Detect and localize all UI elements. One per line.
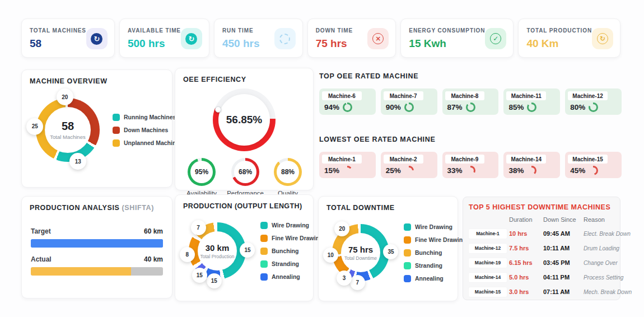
column-header-reason: Reason [584,216,614,223]
table-row-machine-15[interactable]: Machine-153.0 hrs07:11 AMMech. Break Dow… [469,285,614,299]
production-output-panel: PRODUCTION (OUTPUT LENGTH) 30 kmTotal Pr… [175,194,314,301]
kpi-label: DOWN TIME [316,27,353,34]
down-since-cell: 07:11 AM [543,288,581,295]
kpi-value: 75 hrs [316,38,353,50]
legend-item-running-machines[interactable]: Running Machines [113,114,183,121]
donut-value-bubble: 35 [383,244,398,259]
legend-item-stranding[interactable]: Stranding [260,260,323,268]
oee-gauge[interactable]: 56.85% [213,88,276,151]
oee-mini-ring[interactable]: 88% [274,158,302,186]
machine-card-machine-9[interactable]: Machine-933% [442,152,499,178]
bar-header: Actual40 km [31,255,163,263]
legend-item-unplanned-machines[interactable]: Unplanned Machines [113,139,183,147]
donut-center-value: 30 km [206,243,230,253]
legend-swatch [113,127,120,134]
machine-name-chip: Machine-15 [469,287,507,297]
machine-overview-donut[interactable]: 58Total Machines201325 [24,86,111,174]
legend-label: Bunching [272,248,298,254]
oee-value: 56.85% [226,114,262,126]
machine-name-chip: Machine-15 [568,155,608,164]
production-output-donut[interactable]: 30 kmTotal Production15151587 [178,211,257,291]
oee-mini-ring[interactable]: 95% [188,158,216,186]
machine-oee-value: 94% [324,103,339,111]
oee-progress-ring-icon [589,102,598,112]
legend-item-bunching[interactable]: Bunching [260,248,323,255]
kpi-value: 500 hrs [128,38,181,50]
top-oee-cards: Machine-694%Machine-790%Machine-887%Mach… [319,88,622,115]
machine-overview-title: MACHINE OVERVIEW [22,70,172,85]
gauge-knob [215,106,221,113]
production-output-legend: Wire DrawingFine Wire DrawingBunchingStr… [260,219,323,283]
total-downtime-donut[interactable]: 75 hrsTotal Downtime35731020 [321,213,400,292]
machine-oee-value: 25% [386,166,401,175]
legend-item-fine-wire-drawing[interactable]: Fine Wire Drawing [260,235,323,242]
spinner-icon [279,34,290,44]
legend-item-wire-drawing[interactable]: Wire Drawing [404,223,466,231]
bar-track[interactable] [31,239,163,248]
donut-value-bubble: 20 [57,88,73,105]
legend-swatch [113,139,120,147]
donut-center-label: Total Downtime [344,255,377,261]
kpi-card-down-time: DOWN TIME75 hrs× [307,18,396,58]
kpi-row: TOTAL MACHINES58↻AVAILABLE TIME500 hrs↻R… [21,18,620,58]
bar-track[interactable] [31,267,163,276]
machine-oee-value: 90% [386,103,401,111]
table-row-machine-19[interactable]: Machine-196.15 hrs03:45 PMChange Over [469,255,614,270]
kpi-text: TOTAL PRODUCTION40 Km [526,27,592,50]
machine-card-machine-2[interactable]: Machine-225% [381,152,437,178]
machine-card-machine-11[interactable]: Machine-1185% [503,88,560,115]
bar-fill [31,267,131,276]
machine-oee-value-row: 80% [570,102,598,112]
machine-oee-value: 15% [324,166,339,175]
kpi-label: TOTAL MACHINES [30,27,86,34]
donut-value-bubble: 15 [192,268,207,283]
legend-item-annealing[interactable]: Annealing [404,275,466,282]
kpi-label: TOTAL PRODUCTION [526,27,592,34]
production-analysis-bars: Target60 kmActual40 km [22,212,172,276]
oee-mini-performance: 68%Performance [227,158,264,197]
kpi-value: 40 Km [526,38,592,50]
downtime-table-panel: TOP 5 HIGHEST DOWNTIME MACHINES Duration… [463,197,620,300]
oee-mini-availability: 95%Availability [186,158,217,197]
donut-value-bubble: 3 [337,271,352,286]
kpi-card-available-time: AVAILABLE TIME500 hrs↻ [119,18,209,58]
legend-item-down-machines[interactable]: Down Machines [113,127,183,134]
legend-item-fine-wire-drawing[interactable]: Fine Wire Drawing [404,236,466,244]
donut-value-bubble: 20 [334,221,349,236]
machine-card-machine-14[interactable]: Machine-1438% [503,152,560,178]
oee-progress-ring-icon [466,166,475,175]
duration-cell: 3.0 hrs [509,288,541,295]
legend-label: Stranding [272,260,299,267]
machine-card-machine-12[interactable]: Machine-1280% [565,88,622,115]
machine-card-machine-8[interactable]: Machine-887% [442,88,499,115]
total-downtime-legend: Wire DrawingFine Wire DrawingBunchingStr… [404,221,466,285]
machine-overview-legend: Running MachinesDown MachinesUnplanned M… [113,111,183,150]
machine-card-machine-15[interactable]: Machine-1545% [565,152,622,178]
oee-mini-quality: 88%Quality [274,158,302,197]
production-analysis-panel: PRODUCTION ANALYSIS (SHIFTA) Target60 km… [21,196,172,299]
sync-icon: ↻ [592,28,613,49]
machine-card-machine-7[interactable]: Machine-790% [381,88,437,115]
machine-card-machine-1[interactable]: Machine-115% [319,152,376,178]
machine-oee-value: 87% [447,103,463,111]
legend-swatch [113,114,120,121]
legend-item-bunching[interactable]: Bunching [404,249,466,257]
kpi-card-run-time: RUN TIME450 hrs [214,18,303,58]
legend-item-stranding[interactable]: Stranding [404,262,466,269]
machine-card-machine-6[interactable]: Machine-694% [319,88,376,115]
legend-swatch [260,222,268,229]
sync-icon: ↻ [185,33,197,45]
production-bar-actual: Actual40 km [31,255,163,276]
machine-oee-value-row: 25% [386,166,414,175]
production-bar-target: Target60 km [31,227,163,248]
legend-item-annealing[interactable]: Annealing [260,273,323,281]
table-row-machine-14[interactable]: Machine-145.0 hrs04:11 PMProcess Setting [469,270,614,285]
kpi-text: AVAILABLE TIME500 hrs [128,27,181,50]
legend-item-wire-drawing[interactable]: Wire Drawing [260,222,323,229]
donut-value-bubble: 8 [180,247,195,262]
table-row-machine-1[interactable]: Machine-110 hrs09:45 AMElect. Break Down [469,226,614,241]
oee-efficiency-title: OEE EFFICIENCY [175,68,313,83]
oee-mini-ring[interactable]: 68% [231,158,259,186]
table-row-machine-12[interactable]: Machine-127.5 hrs10:11 AMDrum Loading [469,241,614,255]
reason-cell: Process Setting [584,274,623,281]
